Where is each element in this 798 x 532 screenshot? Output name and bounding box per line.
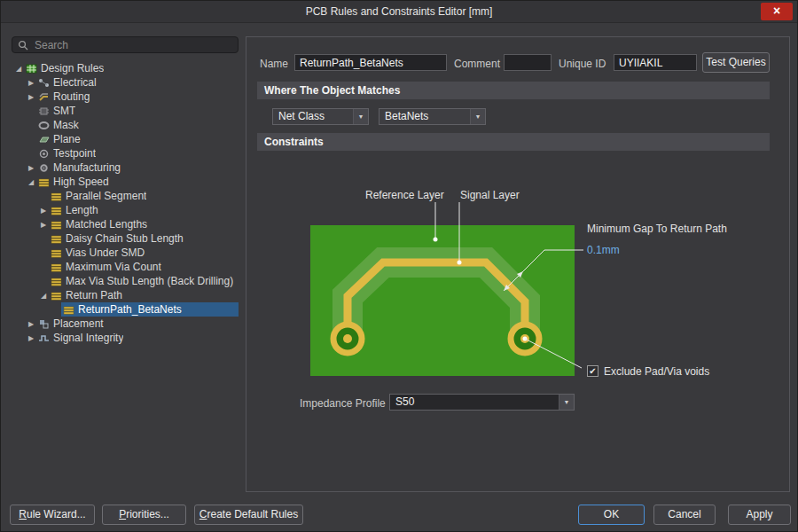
expand-arrow-icon[interactable]: ▶ — [38, 207, 49, 215]
tree-item-testpoint[interactable]: Testpoint — [10, 146, 239, 160]
test-queries-button[interactable]: Test Queries — [702, 52, 770, 73]
tree-item-body: ReturnPath_BetaNets — [61, 302, 239, 317]
tree-item-label: SMT — [53, 105, 75, 117]
tree-item-label: Design Rules — [41, 62, 104, 74]
mask-icon — [38, 120, 50, 131]
tree-item-matched-lengths[interactable]: ▶Matched Lengths — [10, 217, 239, 231]
search-icon — [18, 40, 28, 51]
tree-item-vias-under-smd[interactable]: Vias Under SMD — [10, 246, 239, 260]
tree-item-high-speed[interactable]: ◢High Speed — [10, 175, 239, 189]
tree-item-label: Testpoint — [53, 147, 96, 160]
tree-item-smt[interactable]: SMT — [10, 104, 239, 118]
rule-icon — [51, 233, 62, 245]
collapse-arrow-icon[interactable]: ◢ — [13, 65, 24, 73]
tree-item-length[interactable]: ▶Length — [10, 203, 239, 217]
tree-item-body: Manufacturing — [36, 160, 239, 175]
tree-item-return-path[interactable]: ◢Return Path — [10, 288, 239, 302]
manufacturing-icon — [38, 162, 50, 174]
expand-arrow-icon[interactable]: ▶ — [38, 221, 49, 229]
tree-item-body: Electrical — [36, 75, 239, 90]
tree-item-label: Signal Integrity — [53, 332, 123, 344]
tree-item-signal-integrity[interactable]: ▶Signal Integrity — [10, 331, 239, 345]
tree-item-label: Return Path — [66, 289, 122, 301]
tree-item-label: Maximum Via Count — [66, 261, 161, 273]
exclude-pad-via-voids-checkbox[interactable]: ✔ — [587, 365, 598, 377]
tree-item-label: Electrical — [53, 76, 97, 89]
tree-item-manufacturing[interactable]: ▶Manufacturing — [10, 160, 239, 175]
tree-item-returnpath-betanets[interactable]: ReturnPath_BetaNets — [10, 302, 239, 317]
tree-item-label: Placement — [53, 317, 104, 330]
collapse-arrow-icon[interactable]: ◢ — [38, 292, 49, 300]
rule-wizard-button[interactable]: Rule Wizard... — [10, 505, 95, 525]
tree-item-max-via-stub-length-back-drilling[interactable]: Max Via Stub Length (Back Drilling) — [10, 274, 239, 288]
chevron-down-icon: ▼ — [559, 395, 574, 410]
unique-id-input[interactable] — [614, 54, 697, 71]
comment-label: Comment — [454, 58, 500, 70]
placement-icon — [38, 318, 50, 330]
expand-arrow-icon[interactable]: ▶ — [26, 79, 36, 87]
tree-item-label: Matched Lengths — [66, 218, 147, 231]
tree-item-label: Mask — [53, 119, 79, 131]
ok-button[interactable]: OK — [578, 505, 645, 525]
tree-item-placement[interactable]: ▶Placement — [10, 317, 239, 331]
tree-item-parallel-segment[interactable]: Parallel Segment — [10, 189, 239, 203]
plane-icon — [38, 134, 50, 145]
rule-name-input[interactable] — [294, 54, 447, 71]
electrical-icon — [38, 77, 50, 89]
tree-item-daisy-chain-stub-length[interactable]: Daisy Chain Stub Length — [10, 231, 239, 246]
net-class-dropdown-value: BetaNets — [385, 109, 428, 124]
high-speed-icon — [38, 176, 50, 188]
search-box[interactable] — [12, 36, 239, 53]
tree-item-label: Manufacturing — [53, 161, 121, 174]
min-gap-value: 0.1mm — [587, 244, 620, 256]
tree-item-body: Plane — [36, 132, 239, 146]
cancel-button[interactable]: Cancel — [653, 505, 716, 525]
tree-item-plane[interactable]: Plane — [10, 132, 239, 146]
exclude-pad-via-voids-label[interactable]: Exclude Pad/Via voids — [604, 365, 709, 378]
tree-item-electrical[interactable]: ▶Electrical — [10, 75, 239, 90]
apply-button[interactable]: Apply — [728, 505, 791, 525]
rule-icon — [51, 219, 62, 231]
chevron-down-icon: ▼ — [470, 109, 485, 124]
routing-icon — [38, 91, 50, 103]
expand-arrow-icon[interactable]: ▶ — [26, 164, 36, 172]
tree-item-maximum-via-count[interactable]: Maximum Via Count — [10, 260, 239, 274]
net-class-dropdown[interactable]: BetaNets ▼ — [379, 108, 486, 125]
tree-item-routing[interactable]: ▶Routing — [10, 90, 239, 104]
rule-icon — [51, 205, 62, 216]
chevron-down-icon: ▼ — [353, 109, 368, 124]
comment-input[interactable] — [504, 54, 552, 71]
reference-layer-label: Reference Layer — [365, 189, 444, 201]
tree-item-body: Mask — [36, 118, 239, 132]
impedance-profile-dropdown[interactable]: S50 ▼ — [389, 394, 575, 411]
collapse-arrow-icon[interactable]: ◢ — [26, 178, 36, 186]
tree-item-body: Design Rules — [24, 61, 239, 75]
close-button[interactable]: × — [761, 3, 793, 20]
tree-item-body: Routing — [36, 90, 239, 104]
scope-dropdown[interactable]: Net Class ▼ — [272, 108, 369, 125]
expand-arrow-icon[interactable]: ▶ — [26, 93, 36, 101]
search-input[interactable] — [33, 38, 232, 52]
tree-item-body: Daisy Chain Stub Length — [49, 231, 239, 246]
tree-item-label: Daisy Chain Stub Length — [66, 232, 184, 245]
smt-icon — [38, 106, 50, 117]
min-gap-label: Minimum Gap To Return Path — [587, 223, 727, 235]
rule-icon — [51, 276, 62, 287]
constraints-header: Constraints — [257, 133, 770, 151]
tree-item-label: Plane — [53, 133, 81, 145]
create-default-rules-button[interactable]: Create Default Rules — [194, 505, 303, 525]
signal-layer-label: Signal Layer — [460, 189, 520, 201]
pcb-diagram — [310, 225, 575, 376]
tree-item-body: Testpoint — [36, 146, 239, 160]
unique-id-label: Unique ID — [559, 58, 606, 70]
expand-arrow-icon[interactable]: ▶ — [26, 320, 36, 328]
tree-item-body: Parallel Segment — [49, 189, 239, 203]
expand-arrow-icon[interactable]: ▶ — [26, 334, 36, 342]
tree-item-label: High Speed — [53, 176, 109, 188]
testpoint-icon — [38, 148, 50, 160]
rule-icon — [51, 247, 62, 259]
tree-item-design-rules[interactable]: ◢Design Rules — [10, 61, 239, 75]
priorities-button[interactable]: Priorities... — [102, 505, 186, 525]
tree-item-mask[interactable]: Mask — [10, 118, 239, 132]
tree-item-body: High Speed — [36, 175, 239, 189]
